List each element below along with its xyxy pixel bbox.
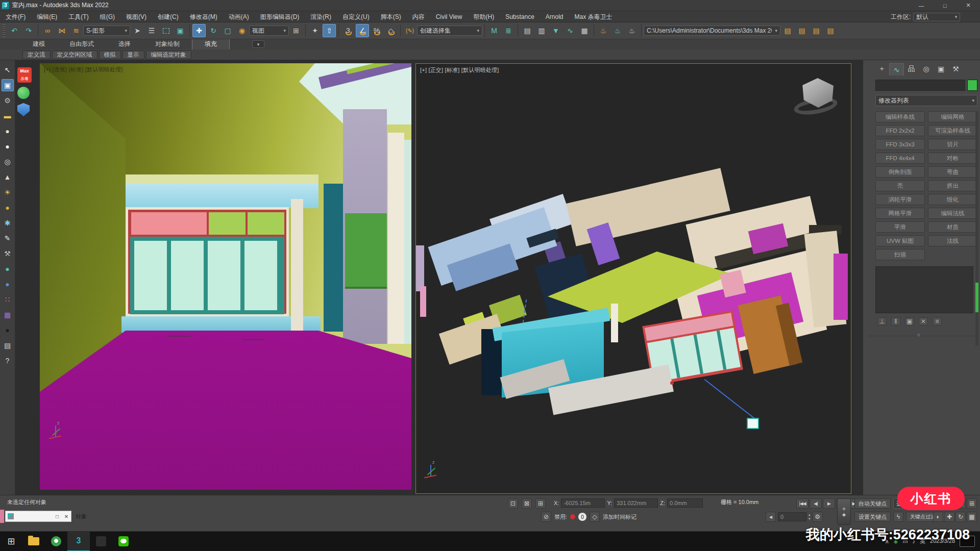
modifier-button[interactable]: 平滑 xyxy=(875,221,925,233)
menu-item[interactable]: Arnold xyxy=(540,11,569,22)
redo-button[interactable]: ↷ xyxy=(22,24,35,37)
ribbon-tab[interactable]: 建模 xyxy=(20,39,57,49)
select-and-place-icon[interactable]: ◉ xyxy=(235,24,249,37)
modifier-button[interactable]: 编辑网格 xyxy=(928,111,977,122)
time-configuration-icon[interactable]: ⚙ xyxy=(813,512,823,522)
set-keys-big-button[interactable]: ＋✦ xyxy=(837,498,851,525)
modifier-button[interactable]: 网格平滑 xyxy=(875,208,925,219)
select-and-link-icon[interactable]: ∞ xyxy=(41,24,54,37)
pin-stack-icon[interactable]: ⊥ xyxy=(877,317,887,325)
zoom-extents-all-icon[interactable]: ⊞ xyxy=(967,498,977,509)
menu-item[interactable]: 帮助(H) xyxy=(468,11,500,22)
modifier-button[interactable]: 法线 xyxy=(928,235,977,246)
go-to-start-button[interactable]: |◀◀ xyxy=(796,498,808,509)
viewport-left[interactable]: [+] [透视] [标准] [默认明暗处理] z xyxy=(40,63,411,490)
make-unique-icon[interactable]: ▣ xyxy=(905,317,914,325)
modifier-button[interactable]: 弯曲 xyxy=(928,166,977,178)
taskbar-wechat[interactable] xyxy=(112,532,135,551)
hammer-icon[interactable]: ⚒ xyxy=(2,247,14,260)
previous-frame-arrow-icon[interactable]: ◂ xyxy=(766,512,776,522)
dots-icon[interactable]: ∷ xyxy=(2,293,14,306)
menu-item[interactable]: 组(G) xyxy=(94,11,120,22)
modify-tab-icon[interactable]: ∿ xyxy=(889,63,904,76)
current-frame-field[interactable]: 0 xyxy=(778,512,806,521)
sphere-blue-icon[interactable]: ● xyxy=(2,278,14,290)
absolute-transform-icon[interactable]: ⊞ xyxy=(535,498,546,509)
toolbar-grip[interactable] xyxy=(3,24,6,37)
menu-item[interactable]: 工具(T) xyxy=(63,11,94,22)
maxscript-mini-listener[interactable] xyxy=(0,510,4,523)
rectangular-selection-region-icon[interactable] xyxy=(159,24,173,37)
menu-item[interactable]: 动画(A) xyxy=(223,11,255,22)
previous-frame-button[interactable]: ◀| xyxy=(810,498,822,509)
ribbon-panel-button[interactable]: 定义流 xyxy=(22,51,51,59)
display-tab-icon[interactable]: ▣ xyxy=(934,63,948,76)
modifier-stack-list[interactable] xyxy=(875,266,973,313)
menu-item[interactable]: 编辑(E) xyxy=(31,11,63,22)
window-crossing-toggle-icon[interactable]: ▣ xyxy=(174,24,187,37)
snaps-toggle-icon[interactable]: 3 xyxy=(341,24,355,37)
menu-item[interactable]: 文件(F) xyxy=(0,11,31,22)
time-tag-icon[interactable]: ◇ xyxy=(590,512,600,522)
ribbon-minimize-button[interactable]: ▾ xyxy=(252,40,264,48)
select-object-icon[interactable]: ➤ xyxy=(131,24,144,37)
menu-item[interactable]: 视图(V) xyxy=(120,11,152,22)
project-folder-open-icon[interactable]: ▤ xyxy=(824,24,837,37)
bind-to-spacewarp-icon[interactable]: ≋ xyxy=(69,24,83,37)
play-button[interactable]: ▶ xyxy=(823,498,835,509)
undo-button[interactable]: ↶ xyxy=(8,24,21,37)
help-icon[interactable]: ? xyxy=(2,355,14,367)
create-tab-icon[interactable]: ＋ xyxy=(874,63,889,76)
motion-tab-icon[interactable]: ◎ xyxy=(919,63,934,76)
named-selection-sets-dropdown[interactable]: 创建选择集▾ xyxy=(417,26,482,36)
circle-black-icon[interactable]: ● xyxy=(2,324,14,336)
spinner-snap-toggle-icon[interactable]: ◇ xyxy=(384,24,398,37)
set-key-button[interactable]: 设置关键点 xyxy=(854,512,891,522)
menu-item[interactable]: 自定义(U) xyxy=(337,11,375,22)
menu-item[interactable]: 修改器(M) xyxy=(184,11,223,22)
field-of-view-icon[interactable]: ◐ xyxy=(933,512,943,522)
document-icon[interactable]: ▤ xyxy=(2,339,14,352)
remove-modifier-icon[interactable]: ✕ xyxy=(919,317,928,325)
snowflake-icon[interactable]: ✱ xyxy=(2,217,14,229)
x-coordinate-field[interactable]: -6025.15m xyxy=(561,498,605,508)
disable-viewport-icon[interactable]: ⊘ xyxy=(541,512,551,522)
object-name-field[interactable] xyxy=(875,80,965,91)
render-setup-icon[interactable]: ♨ xyxy=(597,24,610,37)
modifier-button[interactable]: 倒角剖面 xyxy=(875,166,925,178)
ribbon-toggle-icon[interactable]: ▼ xyxy=(549,24,562,37)
zero-badge[interactable]: 0 xyxy=(578,513,586,521)
workspace-dropdown[interactable]: 默认▾ xyxy=(913,13,960,21)
taskbar-file-explorer[interactable] xyxy=(22,532,45,551)
spinner-down-icon[interactable]: ▾ xyxy=(808,517,811,521)
object-color-swatch[interactable] xyxy=(967,80,977,91)
selection-lock-icon[interactable]: ⊠ xyxy=(522,498,532,509)
cursor-icon[interactable]: ↖ xyxy=(2,64,14,76)
menu-item[interactable]: Civil View xyxy=(430,11,468,22)
modifier-button[interactable]: 材质 xyxy=(928,221,977,233)
menu-item[interactable]: 渲染(R) xyxy=(305,11,337,22)
modifier-button[interactable]: FFD 2x2x2 xyxy=(875,125,925,136)
minimize-button[interactable]: — xyxy=(910,0,933,11)
edit-named-selection-sets-icon[interactable]: {✎} xyxy=(403,24,416,37)
select-and-manipulate-icon[interactable]: ✦ xyxy=(308,24,322,37)
menu-item[interactable]: 脚本(S) xyxy=(375,11,407,22)
modifier-button[interactable]: 可渲染样条线 xyxy=(928,125,977,136)
configure-modifier-sets-icon[interactable]: ≡ xyxy=(933,317,942,325)
taskbar-browser[interactable] xyxy=(45,532,67,551)
keyboard-override-toggle-icon[interactable]: ⇧ xyxy=(323,24,336,37)
percent-snap-toggle-icon[interactable]: % xyxy=(370,24,383,37)
brush-icon[interactable]: ✎ xyxy=(2,232,14,244)
tray-network-icon[interactable]: ▭ xyxy=(902,538,908,545)
sphere-teal-icon[interactable]: ● xyxy=(2,263,14,275)
modifier-button[interactable]: 对称 xyxy=(928,153,977,164)
select-by-name-icon[interactable]: ☰ xyxy=(145,24,158,37)
taskbar-3dsmax[interactable]: 3 xyxy=(67,532,90,551)
sphere-cream-icon[interactable]: ● xyxy=(2,125,14,137)
menu-item[interactable]: 创建(C) xyxy=(152,11,184,22)
plane-icon[interactable]: ▬ xyxy=(2,110,14,122)
show-end-result-icon[interactable]: ‖ xyxy=(891,317,900,325)
notification-center-icon[interactable] xyxy=(960,536,975,547)
viewport-right[interactable]: [+] [正交] [标准] [默认明暗处理] z xyxy=(415,63,851,494)
modifier-list-dropdown[interactable]: 修改器列表 ▾ xyxy=(875,95,977,106)
